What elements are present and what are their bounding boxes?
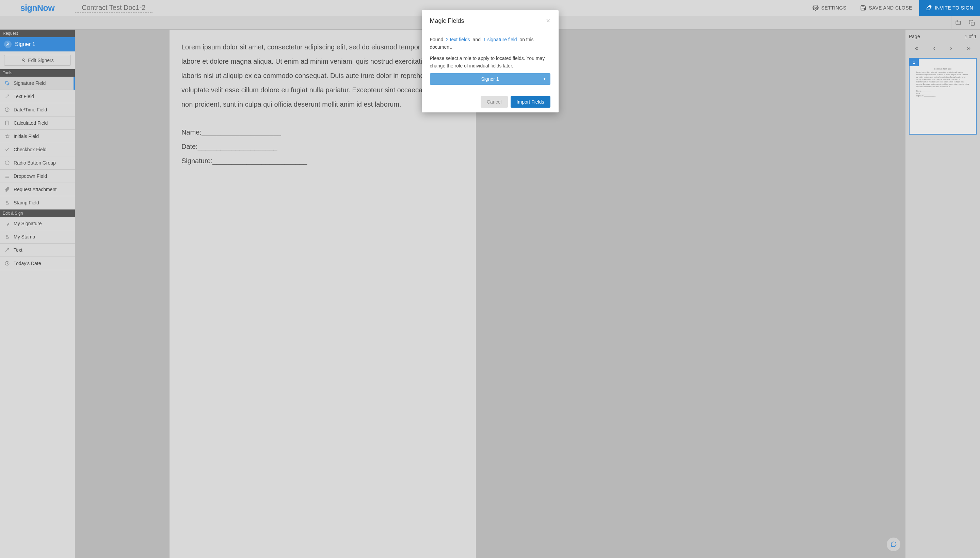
magic-fields-modal: Magic Fields × Found 2 text fields and 1…: [422, 10, 559, 112]
import-fields-button[interactable]: Import Fields: [510, 96, 550, 108]
role-select-value: Signer 1: [481, 76, 499, 82]
modal-instruction: Please select a role to apply to located…: [430, 54, 550, 70]
text-fields-link[interactable]: 2 text fields: [446, 37, 470, 42]
signature-field-link[interactable]: 1 signature field: [483, 37, 517, 42]
role-select-dropdown[interactable]: Signer 1: [430, 73, 550, 85]
modal-close-button[interactable]: ×: [546, 17, 550, 25]
cancel-button[interactable]: Cancel: [481, 96, 508, 108]
modal-overlay: Magic Fields × Found 2 text fields and 1…: [0, 0, 980, 558]
modal-found-text: Found 2 text fields and 1 signature fiel…: [430, 36, 550, 51]
modal-title: Magic Fields: [430, 17, 464, 25]
